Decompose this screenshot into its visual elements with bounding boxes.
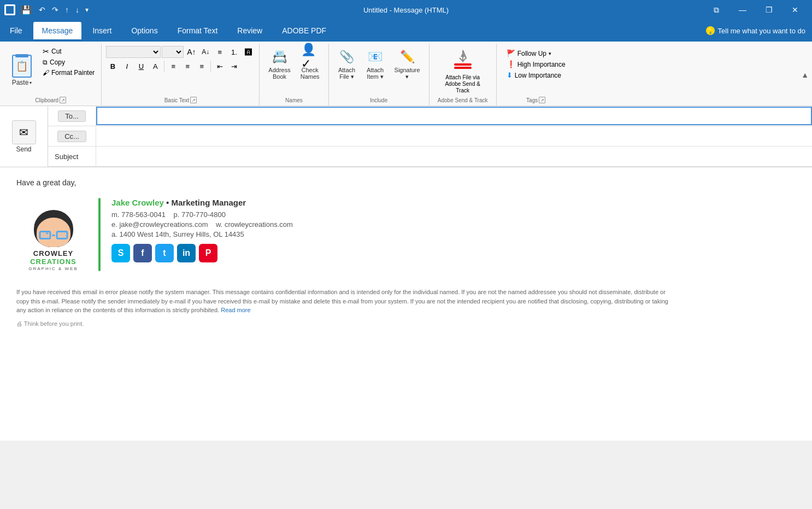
menu-insert[interactable]: Insert [84,22,120,39]
skype-btn[interactable]: S [111,244,130,262]
up-btn[interactable]: ↑ [63,5,70,14]
logo-crowley: CROWLEY [28,249,78,258]
include-content: 📎 AttachFile ▾ 📧 AttachItem ▾ ✏️ Signatu… [333,46,425,96]
font-shrink-btn[interactable]: A↓ [199,46,212,58]
font-color-btn[interactable]: A [149,60,162,72]
adobe-btn-label: Attach File via Adobe Send & Track [438,74,487,94]
email-to-row: ✉ Send To... Cc... Subject [0,106,812,167]
signature-icon: ✏️ [398,48,416,66]
align-left-btn[interactable]: ≡ [167,60,180,72]
adobe-label: Adobe Send & Track [438,96,488,106]
undo-btn[interactable]: ↶ [37,5,47,14]
pinterest-btn[interactable]: P [199,244,217,262]
menu-adobe-pdf[interactable]: ADOBE PDF [273,22,335,39]
basic-text-expand[interactable]: ↗ [190,97,197,103]
address-book-label: AddressBook [268,67,290,80]
signature-btn[interactable]: ✏️ Signature▾ [390,46,425,83]
disclaimer-text: If you have received this email in error… [16,288,672,315]
attach-item-btn[interactable]: 📧 AttachItem ▾ [362,46,389,83]
menu-review[interactable]: Review [228,22,271,39]
format-painter-button[interactable]: 🖌 Format Painter [40,68,97,78]
attach-item-label: AttachItem ▾ [367,67,384,80]
align-right-btn[interactable]: ≡ [195,60,208,72]
tell-me-area[interactable]: 💡 Tell me what you want to do [706,20,805,42]
include-label: Include [370,96,387,106]
cc-button[interactable]: Cc... [48,126,96,146]
send-label: Send [16,145,31,153]
company-logo: + CROWLEY CREATIONS GRAPHIC & WEB [16,198,98,271]
follow-up-btn[interactable]: 🚩 Follow Up ▾ [503,48,569,58]
sig-email-line: e. jake@crowleycreations.com w. crowleyc… [111,220,796,229]
down-btn[interactable]: ↓ [74,5,81,14]
increase-indent-btn[interactable]: ⇥ [227,60,240,72]
clipboard-expand[interactable]: ↗ [60,97,66,103]
logo-creations: CREATIONS [28,258,78,266]
clipboard-small-group: ✂ Cut ⧉ Copy 🖌 Format Painter [40,46,97,78]
ribbon-collapse-btn[interactable]: ▲ [798,44,812,106]
menu-message[interactable]: Message [33,22,82,39]
bold-btn[interactable]: B [106,60,119,72]
maximize-btn[interactable]: ❐ [756,0,781,20]
adobe-attach-btn[interactable]: Attach File via Adobe Send & Track [434,46,492,96]
decrease-indent-btn[interactable]: ⇤ [213,60,226,72]
menu-options[interactable]: Options [122,22,166,39]
high-importance-btn[interactable]: ❗ High Importance [503,59,569,69]
close-btn[interactable]: ✕ [782,0,808,20]
signature-label: Signature▾ [395,67,420,80]
tags-section: 🚩 Follow Up ▾ ❗ High Importance ⬇ Low Im… [501,46,571,83]
menu-file[interactable]: File [1,22,31,39]
window-mode-btn[interactable]: ⧉ [704,0,729,20]
send-icon: ✉ [12,120,36,144]
check-names-label: CheckNames [301,67,320,80]
sig-name-text: Jake Crowley [111,198,164,207]
title-bar: 💾 ↶ ↷ ↑ ↓ ▾ Untitled - Message (HTML) ⧉ … [0,0,812,20]
subject-input[interactable] [96,147,812,166]
sig-mobile: 778-563-0041 [121,210,166,219]
facebook-btn[interactable]: f [133,244,152,262]
minimize-btn[interactable]: — [730,0,755,20]
sig-address-line: a. 1400 West 14th, Surrey Hills, OL 1443… [111,230,796,238]
bullets-btn[interactable]: ≡ [213,46,226,58]
align-center-btn[interactable]: ≡ [181,60,194,72]
logo-text-block: CROWLEY CREATIONS GRAPHIC & WEB [28,249,78,271]
attach-file-label: AttachFile ▾ [338,67,355,80]
paste-button[interactable]: 📋 Paste ▾ [4,46,39,89]
customize-btn[interactable]: ▾ [84,6,90,14]
address-book-btn[interactable]: 📇 AddressBook [264,46,295,82]
font-size-select[interactable] [162,46,184,58]
check-names-btn[interactable]: 👤✓ CheckNames [296,46,324,82]
linkedin-btn[interactable]: in [177,244,196,262]
follow-up-dropdown[interactable]: ▾ [549,51,551,56]
redo-btn[interactable]: ↷ [50,5,60,14]
to-button[interactable]: To... [48,106,96,126]
send-button[interactable]: ✉ Send [0,106,48,167]
glass-right [56,231,68,239]
quick-save[interactable]: 💾 [19,5,34,15]
message-body[interactable]: Have a great day, + [0,167,812,441]
menu-format-text[interactable]: Format Text [169,22,227,39]
attach-file-btn[interactable]: 📎 AttachFile ▾ [333,46,361,83]
numbering-btn[interactable]: 1. [227,46,240,58]
clear-formatting-btn[interactable]: 🅰 [242,46,255,58]
cc-input[interactable] [96,127,812,145]
cut-button[interactable]: ✂ Cut [40,46,97,57]
twitter-btn[interactable]: t [155,244,174,262]
avatar-face: + [37,218,70,247]
logo-sub: GRAPHIC & WEB [28,266,78,271]
low-importance-btn[interactable]: ⬇ Low Importance [503,70,569,80]
copy-button[interactable]: ⧉ Copy [40,57,97,67]
basic-text-label: Basic Text ↗ [164,96,197,106]
email-fields: To... Cc... Subject [48,106,812,167]
tags-expand[interactable]: ↗ [539,97,545,103]
ribbon-group-names: 📇 AddressBook 👤✓ CheckNames Names [260,44,328,106]
font-grow-btn[interactable]: A↑ [185,46,198,58]
read-more-link[interactable]: Read more [221,307,250,313]
underline-btn[interactable]: U [134,60,148,72]
subject-row: Subject [48,147,812,167]
email-form: ✉ Send To... Cc... Subject [0,106,812,167]
font-family-select[interactable] [106,46,161,58]
sig-email: jake@crowleycreations.com [119,220,208,229]
title-bar-left: 💾 ↶ ↷ ↑ ↓ ▾ [4,4,90,15]
to-input[interactable] [96,107,812,125]
italic-btn[interactable]: I [120,60,133,72]
